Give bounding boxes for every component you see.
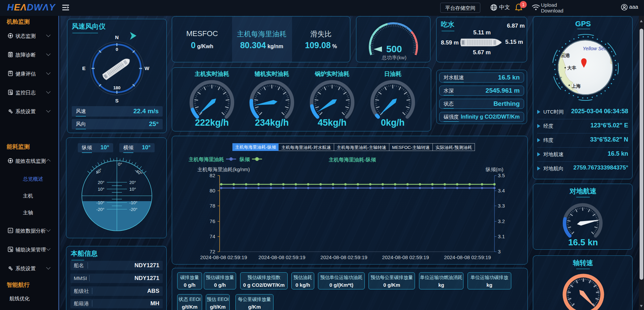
svg-text:3.3: 3.3 [498,203,505,209]
svg-text:20°: 20° [98,180,104,185]
svg-text:锅炉实时油耗: 锅炉实时油耗 [315,70,350,77]
svg-text:0°: 0° [118,162,122,167]
svg-text:3: 3 [498,249,501,254]
svg-text:-20°: -20° [96,207,104,212]
svg-text:16.5 kn: 16.5 kn [568,237,598,247]
svg-text:234kg/h: 234kg/h [255,118,289,128]
svg-text:W: W [144,65,150,71]
svg-text:-40°: -40° [134,168,143,177]
svg-text:82: 82 [210,173,215,178]
svg-text:2024-08-08 02:59:19: 2024-08-08 02:59:19 [200,254,247,260]
svg-text:78: 78 [210,203,215,209]
svg-text:20°: 20° [129,180,136,185]
svg-text:-10°: -10° [129,200,137,205]
svg-text:2024-08-08 02:59:19: 2024-08-08 02:59:19 [444,254,491,260]
svg-text:0kg/h: 0kg/h [381,118,405,128]
svg-text:500: 500 [386,44,402,54]
svg-text:总功率(kw): 总功率(kw) [381,55,406,60]
svg-text:40°: 40° [95,167,103,175]
svg-text:3.5: 3.5 [498,173,505,178]
svg-text:10°: 10° [129,187,136,192]
svg-text:-10°: -10° [96,200,104,205]
svg-text:2024-08-08 02:59:19: 2024-08-08 02:59:19 [382,254,429,260]
svg-text:上海: 上海 [571,84,581,89]
svg-text:S: S [115,98,119,103]
svg-text:0: 0 [116,47,118,52]
svg-text:云港: 云港 [561,53,570,58]
svg-text:主机实时油耗: 主机实时油耗 [195,70,229,77]
svg-text:E: E [82,65,86,71]
svg-text:3.1: 3.1 [498,234,505,239]
svg-text:日油耗: 日油耗 [384,71,402,77]
svg-text:72: 72 [210,249,215,254]
svg-text:2024-08-08 02:59:19: 2024-08-08 02:59:19 [258,254,305,260]
svg-text:10°: 10° [98,187,104,192]
svg-text:辅机实时油耗: 辅机实时油耗 [254,70,289,77]
svg-text:180: 180 [113,85,121,90]
svg-text:2024-08-08 02:59:19: 2024-08-08 02:59:19 [320,254,367,260]
svg-text:3.2: 3.2 [498,218,505,224]
svg-text:-20°: -20° [129,207,137,212]
svg-text:45kg/h: 45kg/h [318,118,347,128]
svg-text:74: 74 [210,234,215,239]
svg-text:222kg/h: 222kg/h [195,118,229,128]
svg-text:N: N [115,34,119,40]
svg-text:3.4: 3.4 [498,188,505,193]
svg-text:76: 76 [210,218,215,224]
svg-text:大丰: 大丰 [567,65,577,70]
svg-text:80: 80 [210,188,215,193]
